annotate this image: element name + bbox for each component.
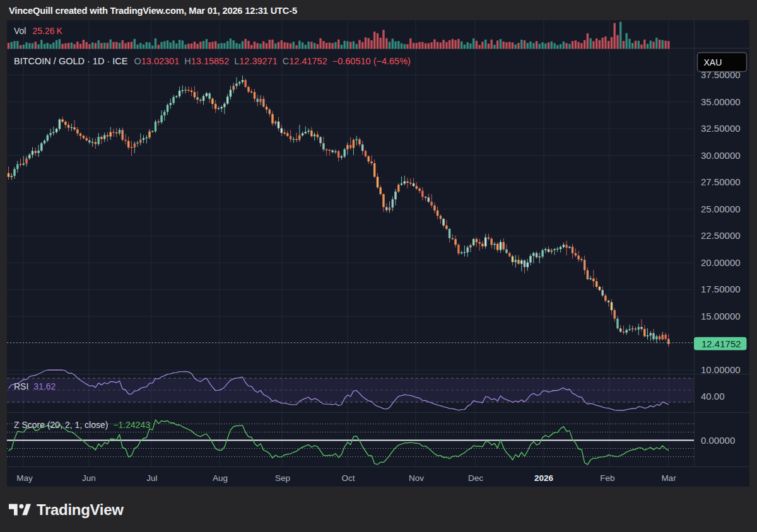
svg-text:35.00000: 35.00000: [701, 96, 741, 107]
svg-text:25.00000: 25.00000: [701, 204, 741, 214]
svg-text:22.50000: 22.50000: [701, 230, 741, 241]
svg-text:30.00000: 30.00000: [701, 150, 741, 161]
svg-text:Feb: Feb: [600, 473, 614, 483]
svg-text:Dec: Dec: [468, 473, 483, 483]
svg-text:27.50000: 27.50000: [701, 176, 741, 187]
svg-text:40.00: 40.00: [701, 391, 725, 402]
svg-text:15.00000: 15.00000: [701, 311, 741, 321]
svg-text:12.41752: 12.41752: [701, 338, 741, 349]
svg-text:Jun: Jun: [82, 473, 96, 483]
svg-text:Mar: Mar: [661, 473, 676, 483]
svg-text:32.50000: 32.50000: [701, 123, 741, 134]
svg-text:Jul: Jul: [146, 473, 157, 483]
svg-text:0.00000: 0.00000: [701, 435, 735, 446]
svg-text:Z Score (20, 2, 1, close)−1.24: Z Score (20, 2, 1, close)−1.24243: [14, 420, 150, 430]
svg-text:Oct: Oct: [341, 473, 355, 483]
svg-text:Aug: Aug: [213, 473, 228, 483]
svg-text:20.00000: 20.00000: [701, 257, 741, 268]
svg-text:17.50000: 17.50000: [701, 284, 741, 294]
svg-text:2026: 2026: [534, 473, 554, 483]
svg-text:Nov: Nov: [409, 473, 424, 483]
svg-text:Sep: Sep: [275, 473, 290, 483]
svg-text:May: May: [16, 473, 33, 483]
svg-text:BITCOIN / GOLD · 1D · ICEO13.0: BITCOIN / GOLD · 1D · ICEO13.02301H13.15…: [14, 56, 411, 66]
svg-text:XAU: XAU: [704, 57, 722, 67]
svg-text:RSI31.62: RSI31.62: [14, 381, 56, 391]
svg-text:10.00000: 10.00000: [701, 364, 741, 375]
